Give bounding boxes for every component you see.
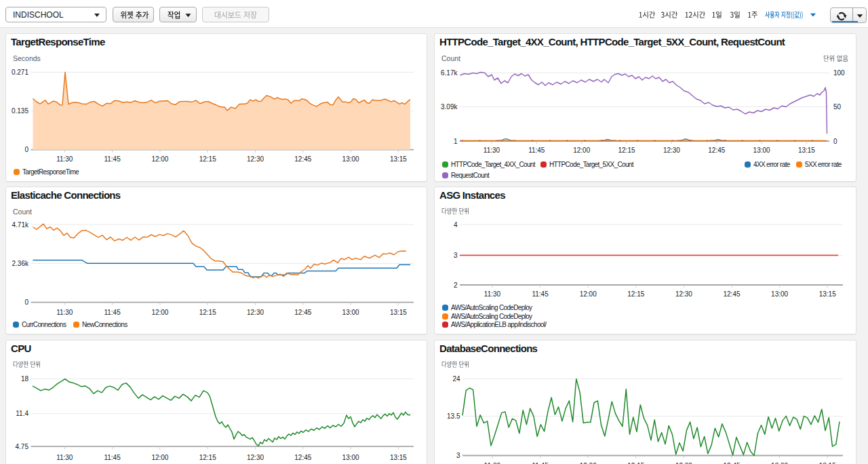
svg-text:11:45: 11:45 xyxy=(532,290,549,298)
svg-text:0: 0 xyxy=(24,146,28,153)
svg-text:12:30: 12:30 xyxy=(247,155,264,163)
svg-text:12:00: 12:00 xyxy=(580,462,597,464)
svg-text:1: 1 xyxy=(454,138,458,145)
svg-text:13:15: 13:15 xyxy=(798,147,815,154)
svg-text:11:45: 11:45 xyxy=(528,147,545,154)
svg-text:50: 50 xyxy=(833,103,842,111)
svg-text:6.17k: 6.17k xyxy=(441,69,458,77)
svg-text:13:00: 13:00 xyxy=(771,290,788,298)
svg-text:0: 0 xyxy=(833,138,837,145)
svg-text:11:30: 11:30 xyxy=(484,147,500,154)
svg-text:24: 24 xyxy=(452,375,460,383)
svg-text:12:30: 12:30 xyxy=(247,309,264,316)
svg-text:12:45: 12:45 xyxy=(723,290,740,298)
svg-text:11:30: 11:30 xyxy=(56,309,73,316)
svg-text:12:30: 12:30 xyxy=(663,147,680,154)
svg-text:11:30: 11:30 xyxy=(56,454,73,461)
svg-text:4.71k: 4.71k xyxy=(12,221,29,229)
svg-text:12:15: 12:15 xyxy=(627,290,644,298)
svg-text:13:15: 13:15 xyxy=(819,462,836,464)
svg-text:12:30: 12:30 xyxy=(247,454,264,461)
svg-text:13:00: 13:00 xyxy=(342,454,359,461)
svg-text:12:45: 12:45 xyxy=(294,454,311,461)
svg-text:13:00: 13:00 xyxy=(342,155,359,163)
svg-text:12:00: 12:00 xyxy=(151,155,168,163)
svg-text:2.36k: 2.36k xyxy=(12,260,29,267)
svg-text:12:15: 12:15 xyxy=(199,155,216,163)
svg-text:2: 2 xyxy=(454,282,458,289)
svg-text:13.5: 13.5 xyxy=(447,412,460,420)
svg-text:12:15: 12:15 xyxy=(199,309,216,316)
svg-text:11:30: 11:30 xyxy=(484,290,501,298)
svg-text:13:15: 13:15 xyxy=(390,155,407,163)
svg-text:3.09k: 3.09k xyxy=(441,103,458,111)
svg-text:0: 0 xyxy=(24,298,28,306)
svg-text:12:45: 12:45 xyxy=(708,147,725,154)
svg-text:12:00: 12:00 xyxy=(151,454,168,461)
svg-text:13:15: 13:15 xyxy=(390,309,407,316)
svg-text:13:15: 13:15 xyxy=(390,454,407,461)
svg-text:12:45: 12:45 xyxy=(294,309,311,316)
svg-text:12:00: 12:00 xyxy=(151,309,168,316)
svg-text:4.75: 4.75 xyxy=(16,443,29,450)
svg-text:12:30: 12:30 xyxy=(675,462,692,464)
svg-text:11:45: 11:45 xyxy=(104,309,121,316)
svg-text:12:15: 12:15 xyxy=(199,454,216,461)
svg-text:12:00: 12:00 xyxy=(580,290,597,298)
svg-text:11:45: 11:45 xyxy=(104,155,121,163)
svg-text:0.135: 0.135 xyxy=(12,107,28,115)
svg-text:4: 4 xyxy=(454,221,458,229)
svg-text:13:00: 13:00 xyxy=(771,462,788,464)
svg-text:11:45: 11:45 xyxy=(532,462,549,464)
svg-text:13:00: 13:00 xyxy=(753,147,770,154)
svg-text:12:00: 12:00 xyxy=(573,147,590,154)
svg-text:12:45: 12:45 xyxy=(723,462,740,464)
svg-text:3: 3 xyxy=(456,452,460,459)
svg-text:18: 18 xyxy=(21,375,29,383)
svg-text:13:15: 13:15 xyxy=(819,290,836,298)
svg-text:11.4: 11.4 xyxy=(16,410,28,417)
svg-text:12:15: 12:15 xyxy=(627,462,644,464)
svg-text:13:00: 13:00 xyxy=(342,309,359,316)
svg-text:11:45: 11:45 xyxy=(104,454,121,461)
svg-text:3: 3 xyxy=(454,252,458,259)
svg-text:11:30: 11:30 xyxy=(484,462,501,464)
svg-text:12:45: 12:45 xyxy=(294,155,311,163)
svg-text:0.271: 0.271 xyxy=(12,69,28,76)
svg-text:12:30: 12:30 xyxy=(675,290,692,298)
svg-text:100: 100 xyxy=(833,69,845,77)
svg-text:12:15: 12:15 xyxy=(618,147,635,154)
svg-text:11:30: 11:30 xyxy=(56,155,73,163)
